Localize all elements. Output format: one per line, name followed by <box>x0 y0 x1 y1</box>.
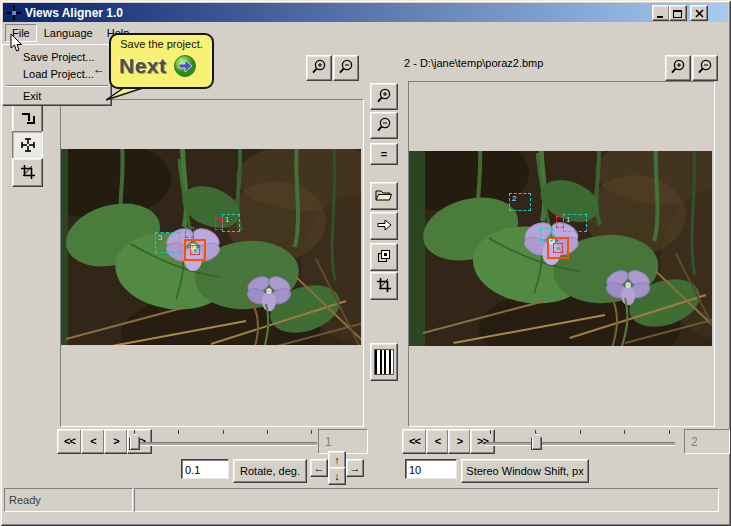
left-frame-slider-track[interactable] <box>132 442 317 446</box>
zoom-out-icon <box>376 117 392 135</box>
crop-icon <box>376 277 392 295</box>
left-first-frame-button[interactable]: << <box>57 429 82 454</box>
overlap-squares-icon <box>376 248 392 266</box>
next-button[interactable]: Next <box>119 54 167 78</box>
right-photo <box>409 151 712 346</box>
crop-both-button[interactable] <box>370 272 398 300</box>
right-prev-frame-button[interactable]: < <box>426 429 449 454</box>
shift-down-button[interactable]: ↓ <box>328 467 346 485</box>
app-icon <box>7 6 21 22</box>
menu-separator <box>6 85 108 87</box>
crop-tool-button[interactable] <box>12 158 43 187</box>
clone-view-button[interactable] <box>370 243 398 271</box>
zoom-in-icon <box>670 59 686 77</box>
menu-language[interactable]: Language <box>37 24 100 42</box>
corner-align-icon <box>19 109 37 129</box>
crosshair-align-tool-button[interactable] <box>12 131 43 160</box>
arrow-left-icon: ← <box>314 463 325 474</box>
arrow-right-icon <box>375 217 393 235</box>
tooltip-pointer-arrow: ← <box>93 62 105 76</box>
zoom-in-icon <box>376 88 392 106</box>
arrow-up-icon: ↑ <box>334 455 340 466</box>
transfer-right-button[interactable] <box>370 212 398 240</box>
equal-sign-label: = <box>381 149 387 160</box>
right-frame-slider-thumb[interactable] <box>531 433 542 450</box>
left-photo <box>61 149 361 345</box>
mouse-cursor <box>10 34 23 53</box>
minimize-button[interactable] <box>652 5 670 21</box>
open-file-button[interactable] <box>370 182 398 210</box>
crosshair-icon <box>19 136 37 156</box>
close-button[interactable] <box>690 5 708 21</box>
tooltip-text: Save the project. <box>111 38 212 50</box>
tutorial-tooltip: Save the project. Next <box>109 33 214 89</box>
right-image-viewport[interactable]: 21 <box>409 82 714 426</box>
left-prev-frame-button[interactable]: < <box>81 429 105 454</box>
equal-zoom-button[interactable]: = <box>370 143 398 165</box>
interlace-view-button[interactable] <box>370 343 398 381</box>
crop-icon <box>20 164 36 182</box>
menu-item-exit[interactable]: Exit <box>6 88 108 103</box>
left-image-panel: 31 <box>60 99 364 427</box>
application-window: Views Aligner 1.0 File Language Help <box>0 0 731 526</box>
right-first-frame-button[interactable]: << <box>402 429 427 454</box>
zoom-out-icon <box>338 59 354 77</box>
right-frame-slider-track[interactable] <box>486 442 675 446</box>
title-bar: Views Aligner 1.0 <box>3 3 728 22</box>
left-zoom-out-button[interactable] <box>333 55 359 81</box>
rotate-button[interactable]: Rotate, deg. <box>233 459 307 483</box>
right-image-panel: 21 <box>408 81 715 427</box>
right-pane-title: 2 - D:\jane\temp\poraz2.bmp <box>404 57 543 69</box>
left-next-frame-button[interactable]: > <box>104 429 128 454</box>
corner-align-tool-button[interactable] <box>12 104 43 133</box>
left-slider-ticks <box>134 430 313 434</box>
zoom-out-both-button[interactable] <box>370 112 398 139</box>
shift-right-button[interactable]: → <box>346 459 364 477</box>
right-slider-ticks <box>490 430 671 434</box>
left-zoom-in-button[interactable] <box>306 55 332 81</box>
window-title: Views Aligner 1.0 <box>25 6 123 20</box>
zoom-in-icon <box>311 59 327 77</box>
shift-left-button[interactable]: ← <box>310 459 328 477</box>
zoom-in-both-button[interactable] <box>370 83 398 110</box>
arrow-right-icon: → <box>350 463 361 474</box>
stereo-shift-input[interactable] <box>405 459 457 479</box>
interlace-stripes-icon <box>374 349 394 375</box>
maximize-button[interactable] <box>669 5 687 21</box>
stereo-window-shift-button[interactable]: Stereo Window Shift, px <box>461 459 589 483</box>
open-folder-icon <box>375 188 393 204</box>
zoom-out-icon <box>697 59 713 77</box>
left-image-viewport[interactable]: 31 <box>61 100 363 426</box>
status-extra-panel <box>134 488 719 512</box>
right-zoom-out-button[interactable] <box>692 55 718 81</box>
status-message: Ready <box>9 494 41 506</box>
rotate-angle-input[interactable] <box>181 459 229 479</box>
right-zoom-in-button[interactable] <box>665 55 691 81</box>
right-frame-counter: 2 <box>684 429 730 454</box>
status-message-panel: Ready <box>4 488 133 512</box>
right-next-frame-button[interactable]: > <box>448 429 471 454</box>
next-globe-icon <box>173 54 197 78</box>
arrow-down-icon: ↓ <box>334 471 340 482</box>
